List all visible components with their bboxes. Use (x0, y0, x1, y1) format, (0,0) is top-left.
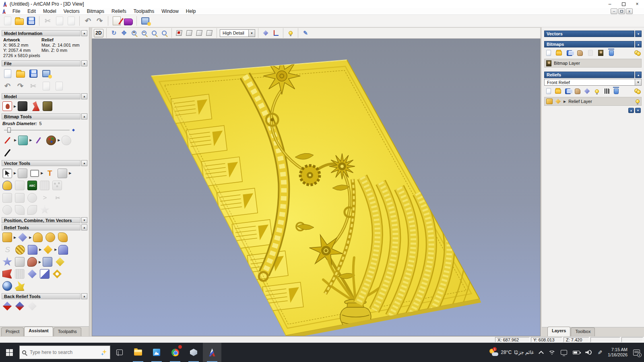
collapse-model-button[interactable]: ▲ (81, 93, 87, 99)
pan-view-icon[interactable]: ✥ (120, 29, 128, 37)
restore-button[interactable] (617, 0, 630, 8)
minimize-button[interactable]: – (603, 0, 617, 8)
weather-widget[interactable]: 1 28°C غائم جزئيًا (489, 349, 534, 356)
bitmap-layer-row[interactable]: Bitmap Layer (544, 59, 642, 68)
smooth-s-icon[interactable]: S (2, 245, 12, 255)
tab-project[interactable]: Project (1, 327, 24, 336)
undo-icon[interactable]: ↶ (83, 16, 93, 26)
menu-window[interactable]: Window (158, 8, 182, 14)
menu-file[interactable]: File (9, 8, 24, 14)
expand-position-combine-button[interactable]: ▼ (81, 217, 87, 223)
greyscale-from-relief-icon[interactable] (2, 101, 12, 111)
mdi-close-button[interactable]: x (626, 8, 633, 14)
create-back-relief-icon[interactable] (2, 301, 12, 311)
fence-relief-icon[interactable] (15, 269, 25, 279)
paste-along-curve-icon[interactable] (52, 181, 62, 190)
search-input[interactable] (29, 349, 98, 356)
angle-relief-icon[interactable] (40, 269, 50, 279)
slider-thumb[interactable] (7, 128, 11, 133)
draw-plane-icon[interactable] (261, 29, 270, 37)
relief-layer-twisty[interactable]: ▶ (564, 100, 566, 103)
new-model-icon[interactable] (2, 68, 12, 78)
relief-select[interactable]: Front Relief ▼ (544, 79, 642, 86)
sweep-flyout-icon[interactable]: ▶ (54, 248, 57, 251)
layer-up-button[interactable]: ▲ (628, 108, 634, 113)
open-icon[interactable] (14, 16, 24, 26)
palette-flyout-icon[interactable]: ▶ (58, 138, 60, 142)
expand-vectors-button[interactable]: ▼ (635, 31, 642, 37)
volume-icon[interactable] (585, 350, 592, 355)
zoom-previous-icon[interactable] (150, 29, 159, 37)
iso-view-3-icon[interactable] (195, 29, 204, 37)
artcam-taskbar-icon[interactable] (203, 343, 221, 362)
flag-relief-icon[interactable] (2, 269, 12, 279)
create-ring-icon[interactable] (2, 205, 12, 215)
collapse-model-information-button[interactable]: ▲ (81, 30, 87, 36)
bitmap-image-icon[interactable] (597, 49, 604, 56)
collapse-bitmap-tools-button[interactable]: ▲ (81, 113, 87, 119)
tab-toolpaths[interactable]: Toolpaths (54, 327, 81, 336)
weave-icon[interactable] (15, 245, 25, 255)
open-model-icon[interactable] (15, 68, 25, 78)
zoom-in-icon[interactable]: + (130, 29, 138, 37)
redo-icon[interactable]: ↷ (95, 16, 105, 26)
menu-bitmaps[interactable]: Bitmaps (83, 8, 108, 14)
draw-icon[interactable] (2, 148, 12, 158)
file-explorer-icon[interactable] (129, 343, 147, 362)
two-rail-sweep-icon[interactable] (43, 245, 53, 255)
toggle-2d-view-button[interactable]: 2D (94, 29, 103, 37)
mirror-relief-icon[interactable] (27, 301, 37, 311)
tab-toolbox[interactable]: Toolbox (571, 327, 595, 336)
turn-relief-icon[interactable] (45, 232, 55, 242)
taskbar-clock[interactable]: 7:15 AM 1/16/2026 (608, 347, 627, 358)
menu-model[interactable]: Model (39, 8, 60, 14)
bitmap-merge-icon[interactable] (576, 49, 583, 56)
emboss-icon[interactable] (28, 245, 37, 255)
paste-icon[interactable] (66, 16, 76, 26)
help-book-icon[interactable] (123, 16, 133, 26)
relief-visibility-icon[interactable] (634, 88, 641, 95)
constant-height-icon[interactable] (15, 257, 25, 267)
start-button[interactable] (0, 343, 19, 362)
collapse-bitmaps-button[interactable]: ▲ (635, 41, 642, 47)
relief-open-icon[interactable] (555, 88, 561, 95)
undo-tool-icon[interactable]: ↶ (2, 81, 12, 91)
iso-view-4-icon[interactable] (205, 29, 214, 37)
save-model-icon[interactable] (28, 68, 38, 78)
star-relief-icon[interactable] (2, 257, 12, 267)
sculpt-flyout-icon[interactable]: ▶ (14, 236, 16, 239)
spin-relief-icon[interactable] (33, 232, 43, 242)
emboss-flyout-icon[interactable]: ▶ (39, 248, 41, 251)
colour-picker-icon[interactable] (33, 135, 43, 145)
chrome-icon[interactable] (166, 343, 184, 362)
paint-flyout-icon[interactable]: ▶ (14, 138, 17, 142)
close-button[interactable]: × (630, 0, 644, 8)
collapse-vector-tools-button[interactable]: ▲ (81, 160, 87, 166)
colour-shade-icon[interactable]: ✎ (301, 29, 310, 37)
bitmap-paste-icon[interactable] (587, 49, 594, 56)
wifi-icon[interactable] (549, 350, 555, 355)
cut-tool-icon[interactable]: ✂ (28, 81, 38, 91)
iso-view-1-icon[interactable] (175, 29, 184, 37)
cast-icon[interactable] (561, 350, 567, 355)
tray-chevron-icon[interactable] (539, 351, 544, 356)
redo-tool-icon[interactable]: ↷ (15, 81, 25, 91)
menu-edit[interactable]: Edit (24, 8, 39, 14)
create-rectangle-icon[interactable] (30, 170, 39, 177)
new-icon[interactable] (2, 16, 12, 26)
relief-delete-icon[interactable] (613, 88, 619, 95)
flip-relief-icon[interactable] (15, 301, 25, 311)
flood-flyout-icon[interactable]: ▶ (29, 138, 32, 142)
relief-merge-icon[interactable] (574, 88, 581, 95)
relief-greyscale-icon[interactable] (603, 88, 610, 95)
tab-layers[interactable]: Layers (547, 327, 570, 336)
eraser-icon[interactable] (62, 136, 71, 145)
distort-grid-icon[interactable] (40, 181, 50, 190)
select-vectors-icon[interactable] (2, 169, 12, 178)
transform-vectors-icon[interactable] (18, 169, 27, 178)
relief-layer-row[interactable]: ▶ Relief Layer (544, 97, 642, 106)
light-material-icon[interactable] (30, 101, 40, 111)
node-arc-icon[interactable] (27, 205, 37, 215)
relief-from-image-icon[interactable] (18, 101, 27, 111)
measure-icon[interactable] (2, 181, 12, 190)
